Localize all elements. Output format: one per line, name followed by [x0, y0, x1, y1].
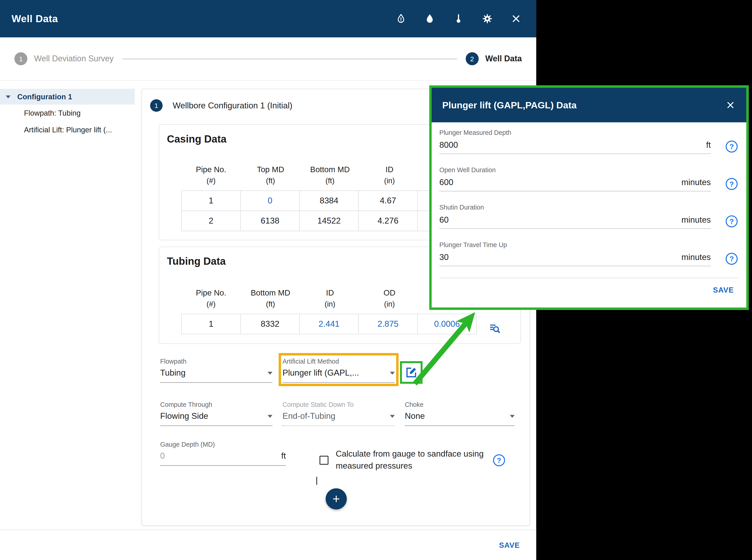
help-glyph: ?: [729, 255, 734, 263]
choke-value: None: [405, 411, 506, 421]
text-cursor: |: [316, 475, 318, 485]
casing-col-pipe-no: Pipe No.(#): [181, 164, 241, 191]
configuration-label: Configuration 1: [17, 92, 72, 101]
tubing-cell[interactable]: 0.0006: [417, 314, 477, 335]
tubing-col-pipe-no: Pipe No.(#): [181, 287, 241, 314]
step-well-deviation-survey[interactable]: 1 Well Deviation Survey: [15, 52, 114, 65]
shutin-duration-field: Shutin Duration 60 minutes ?: [432, 197, 746, 235]
table-row: 1 8332 2.441 2.875 0.0006: [181, 314, 479, 335]
casing-data-title: Casing Data: [167, 133, 226, 145]
plunger-lift-dialog-title: Plunger lift (GAPL,PAGL) Data: [442, 100, 577, 111]
flowpath-label: Flowpath: [160, 358, 272, 365]
help-icon[interactable]: ?: [726, 253, 738, 265]
plunger-travel-time-up-field: Plunger Travel Time Up 30 minutes ?: [432, 235, 746, 272]
step-well-data[interactable]: 2 Well Data: [466, 52, 522, 65]
close-icon[interactable]: [510, 13, 522, 24]
open-well-duration-input[interactable]: 600: [439, 177, 453, 187]
open-well-duration-unit: minutes: [682, 177, 711, 187]
edit-plunger-lift-icon[interactable]: [405, 366, 418, 379]
gauge-depth-unit: ft: [281, 451, 286, 461]
plunger-travel-time-up-unit: minutes: [682, 252, 711, 262]
casing-cell[interactable]: 0: [240, 191, 300, 211]
open-well-duration-field: Open Well Duration 600 minutes ?: [432, 160, 746, 197]
calculate-from-gauge-checkbox[interactable]: [320, 456, 328, 465]
shutin-duration-unit: minutes: [682, 215, 711, 225]
casing-cell[interactable]: 8384: [299, 191, 359, 211]
plunger-travel-time-up-input[interactable]: 30: [439, 252, 449, 262]
tubing-col-id: ID(in): [300, 287, 360, 314]
artificial-lift-method-value: Plunger lift (GAPL,...: [283, 368, 386, 378]
add-configuration-button[interactable]: +: [326, 488, 347, 509]
casing-col-top-md: Top MD(ft): [241, 164, 300, 191]
help-glyph: ?: [497, 456, 501, 464]
gauge-depth-field[interactable]: Gauge Depth (MD) 0 ft: [160, 441, 286, 466]
titlebar: Well Data: [0, 0, 536, 37]
step-2-label: Well Data: [485, 54, 522, 63]
tubing-data-title: Tubing Data: [167, 256, 226, 268]
compute-through-value: Flowing Side: [160, 411, 264, 421]
titlebar-icons: [395, 13, 525, 24]
section-title: Wellbore Configuration 1 (Initial): [172, 100, 292, 111]
choke-label: Choke: [405, 401, 514, 408]
flowpath-select[interactable]: Flowpath Tubing: [160, 358, 272, 383]
casing-cell[interactable]: 2: [181, 211, 241, 232]
stepper-connector: [122, 58, 457, 59]
step-1-label: Well Deviation Survey: [34, 54, 114, 63]
help-icon[interactable]: ?: [726, 141, 738, 153]
tubing-cell[interactable]: 2.875: [358, 314, 418, 335]
sidebar-item-artificial-lift[interactable]: Artificial Lift: Plunger lift (...: [0, 121, 135, 138]
choke-select[interactable]: Choke None: [405, 401, 514, 426]
artificial-lift-method-select[interactable]: Artificial Lift Method Plunger lift (GAP…: [283, 358, 395, 383]
casing-cell[interactable]: 4.67: [358, 191, 418, 211]
chevron-down-icon: [390, 415, 395, 418]
plunger-travel-time-up-label: Plunger Travel Time Up: [439, 241, 507, 248]
open-well-duration-label: Open Well Duration: [439, 166, 496, 174]
section-header: 1 Wellbore Configuration 1 (Initial): [150, 99, 292, 112]
screenshot-root: Well Data: [0, 0, 752, 560]
help-icon[interactable]: ?: [726, 215, 738, 227]
compute-static-down-to-value: End-of-Tubing: [283, 411, 386, 421]
help-glyph: ?: [729, 143, 734, 151]
tubing-col-bottom-md: Bottom MD(ft): [241, 287, 300, 314]
compute-through-label: Compute Through: [160, 401, 272, 408]
chevron-down-icon: [390, 372, 395, 375]
tubing-cell[interactable]: 8332: [240, 314, 300, 335]
stepper: 1 Well Deviation Survey 2 Well Data: [0, 37, 536, 81]
tubing-col-od: OD(in): [360, 287, 419, 314]
plunger-measured-depth-unit: ft: [706, 140, 711, 150]
help-icon[interactable]: ?: [493, 454, 505, 466]
casing-cell[interactable]: 1: [181, 191, 241, 211]
step-2-circle: 2: [466, 52, 479, 65]
gauge-depth-input[interactable]: 0: [160, 451, 277, 461]
step-1-circle: 1: [15, 52, 27, 65]
save-button[interactable]: SAVE: [499, 541, 520, 549]
gear-icon[interactable]: [482, 13, 493, 24]
tubing-cell[interactable]: 1: [181, 314, 241, 335]
plunger-measured-depth-input[interactable]: 8000: [439, 140, 458, 150]
configuration-sidebar: Configuration 1 Flowpath: Tubing Artific…: [0, 81, 135, 529]
plus-icon: +: [332, 492, 340, 506]
droplet-alert-icon[interactable]: [395, 13, 407, 24]
dialog-title: Well Data: [12, 13, 58, 24]
plunger-lift-save-button[interactable]: SAVE: [713, 286, 734, 295]
close-icon[interactable]: [725, 100, 736, 111]
sidebar-item-flowpath[interactable]: Flowpath: Tubing: [0, 104, 135, 121]
chevron-down-icon: [268, 372, 272, 375]
casing-cell[interactable]: 14522: [299, 211, 359, 232]
shutin-duration-input[interactable]: 60: [439, 215, 449, 225]
droplet-icon[interactable]: [424, 13, 435, 24]
plunger-lift-dialog-header: Plunger lift (GAPL,PAGL) Data: [432, 88, 746, 122]
help-icon[interactable]: ?: [726, 178, 738, 190]
flowpath-value: Tubing: [160, 368, 264, 378]
casing-cell[interactable]: 6138: [240, 211, 300, 232]
casing-cell[interactable]: 4.276: [358, 211, 418, 232]
chevron-down-icon: [6, 95, 11, 98]
wellbore-schematic-icon[interactable]: [488, 322, 501, 335]
sidebar-item-configuration-1[interactable]: Configuration 1: [0, 89, 135, 104]
help-glyph: ?: [729, 180, 734, 188]
help-glyph: ?: [729, 217, 734, 225]
compute-through-select[interactable]: Compute Through Flowing Side: [160, 401, 272, 426]
plunger-lift-dialog: Plunger lift (GAPL,PAGL) Data Plunger Me…: [429, 85, 749, 310]
tubing-cell[interactable]: 2.441: [299, 314, 359, 335]
thermometer-icon[interactable]: [453, 13, 464, 24]
